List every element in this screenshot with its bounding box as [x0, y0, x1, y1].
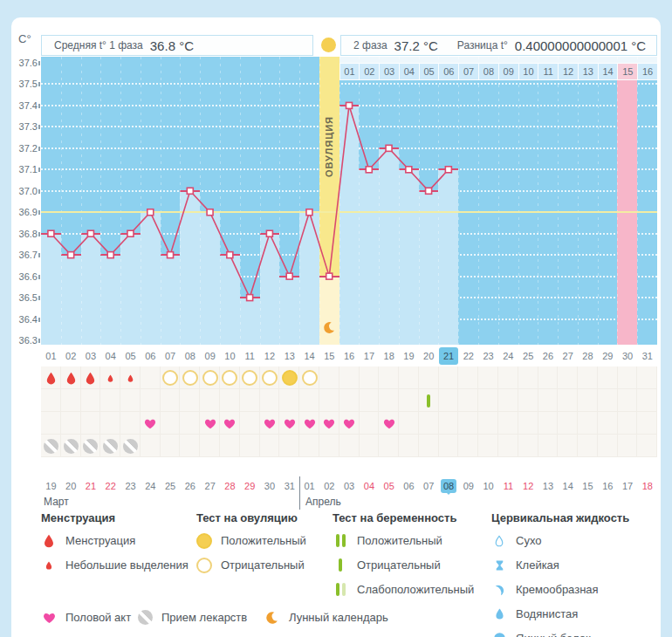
- cycle-day-cell[interactable]: 04: [100, 347, 120, 365]
- events-grid-cell[interactable]: [419, 412, 439, 435]
- cycle-day-cell[interactable]: 19: [399, 347, 419, 365]
- calendar-date-cell[interactable]: 03: [339, 478, 360, 494]
- cycle-day-cell[interactable]: 14: [299, 347, 319, 365]
- cycle-day-cell[interactable]: 08: [180, 347, 200, 365]
- cycle-day-cell[interactable]: 03: [81, 347, 101, 365]
- cycle-day-cell[interactable]: 31: [637, 347, 657, 365]
- events-grid-cell[interactable]: [618, 366, 638, 389]
- events-grid-cell[interactable]: [339, 366, 360, 389]
- events-grid-cell[interactable]: [141, 435, 161, 457]
- events-grid-cell[interactable]: [299, 435, 319, 457]
- events-grid-cell[interactable]: [339, 389, 360, 412]
- events-grid-cell[interactable]: [61, 389, 81, 412]
- events-grid-cell[interactable]: [598, 412, 618, 435]
- calendar-date-cell[interactable]: 23: [120, 478, 141, 494]
- events-grid-cell[interactable]: [180, 412, 200, 435]
- calendar-date-cell[interactable]: 11: [498, 478, 518, 494]
- events-grid-cell[interactable]: [339, 435, 360, 457]
- events-grid-cell[interactable]: [379, 412, 399, 435]
- events-grid-cell[interactable]: [240, 366, 260, 389]
- events-grid-cell[interactable]: [458, 389, 478, 412]
- events-grid-cell[interactable]: [161, 412, 181, 435]
- temperature-point[interactable]: [386, 145, 392, 151]
- events-grid-cell[interactable]: [240, 435, 260, 457]
- calendar-date-cell[interactable]: 29: [240, 478, 260, 494]
- calendar-date-cell[interactable]: 04: [360, 478, 380, 494]
- cycle-day-cell[interactable]: 05: [120, 347, 141, 365]
- events-grid-cell[interactable]: [299, 366, 319, 389]
- calendar-date-cell[interactable]: 09: [458, 478, 478, 494]
- events-grid-cell[interactable]: [120, 435, 141, 457]
- events-grid-cell[interactable]: [419, 389, 439, 412]
- calendar-date-cell[interactable]: 31: [279, 478, 299, 494]
- cycle-day-cell[interactable]: 28: [578, 347, 598, 365]
- events-grid-cell[interactable]: [100, 435, 120, 457]
- cycle-day-cell[interactable]: 12: [260, 347, 280, 365]
- cycle-day-cell[interactable]: 21: [439, 347, 459, 365]
- temperature-point[interactable]: [445, 167, 451, 173]
- events-grid-cell[interactable]: [220, 366, 240, 389]
- events-grid-cell[interactable]: [41, 366, 61, 389]
- events-grid-cell[interactable]: [220, 435, 240, 457]
- calendar-date-cell[interactable]: 22: [100, 478, 120, 494]
- events-grid-cell[interactable]: [637, 389, 657, 412]
- events-grid-cell[interactable]: [478, 389, 498, 412]
- events-grid-cell[interactable]: [319, 412, 339, 435]
- calendar-date-cell[interactable]: 15: [578, 478, 598, 494]
- calendar-date-cell[interactable]: 14: [558, 478, 578, 494]
- events-grid-cell[interactable]: [618, 389, 638, 412]
- calendar-date-cell[interactable]: 18: [637, 478, 657, 494]
- temperature-point[interactable]: [68, 252, 74, 258]
- events-grid-cell[interactable]: [200, 366, 220, 389]
- events-grid-cell[interactable]: [260, 366, 280, 389]
- calendar-date-cell[interactable]: 02: [319, 478, 339, 494]
- events-grid-cell[interactable]: [439, 435, 459, 457]
- cycle-day-cell[interactable]: 23: [478, 347, 498, 365]
- temperature-point[interactable]: [346, 102, 353, 108]
- cycle-day-cell[interactable]: 06: [141, 347, 161, 365]
- events-grid-cell[interactable]: [598, 389, 618, 412]
- calendar-date-cell[interactable]: 24: [141, 478, 161, 494]
- temperature-point[interactable]: [48, 230, 54, 236]
- cycle-day-cell[interactable]: 02: [61, 347, 81, 365]
- events-grid-cell[interactable]: [518, 412, 538, 435]
- temperature-point[interactable]: [147, 209, 154, 216]
- events-grid-cell[interactable]: [360, 389, 380, 412]
- events-grid-cell[interactable]: [279, 435, 299, 457]
- temperature-point[interactable]: [227, 252, 233, 258]
- events-grid-cell[interactable]: [260, 412, 280, 435]
- events-grid-cell[interactable]: [200, 389, 220, 412]
- events-grid-cell[interactable]: [161, 435, 181, 457]
- events-grid-cell[interactable]: [180, 389, 200, 412]
- events-grid-cell[interactable]: [558, 435, 578, 457]
- events-grid-cell[interactable]: [360, 412, 380, 435]
- events-grid-cell[interactable]: [598, 435, 618, 457]
- events-grid-cell[interactable]: [120, 412, 141, 435]
- events-grid-cell[interactable]: [200, 412, 220, 435]
- cycle-day-cell[interactable]: 11: [240, 347, 260, 365]
- events-grid-cell[interactable]: [141, 389, 161, 412]
- events-grid-cell[interactable]: [558, 389, 578, 412]
- events-grid-cell[interactable]: [240, 389, 260, 412]
- events-grid-cell[interactable]: [379, 366, 399, 389]
- events-grid-cell[interactable]: [61, 366, 81, 389]
- events-grid-cell[interactable]: [498, 435, 518, 457]
- cycle-day-cell[interactable]: 24: [498, 347, 518, 365]
- events-grid-cell[interactable]: [100, 412, 120, 435]
- cycle-day-cell[interactable]: 27: [558, 347, 578, 365]
- cycle-day-cell[interactable]: 20: [419, 347, 439, 365]
- events-grid-cell[interactable]: [518, 389, 538, 412]
- events-grid-cell[interactable]: [478, 412, 498, 435]
- temperature-point[interactable]: [168, 252, 174, 258]
- events-grid-cell[interactable]: [439, 366, 459, 389]
- events-grid-cell[interactable]: [419, 435, 439, 457]
- events-grid-cell[interactable]: [538, 412, 559, 435]
- events-grid-cell[interactable]: [618, 412, 638, 435]
- events-grid-cell[interactable]: [419, 366, 439, 389]
- cycle-day-cell[interactable]: 01: [41, 347, 61, 365]
- calendar-date-cell[interactable]: 21: [81, 478, 101, 494]
- events-grid-cell[interactable]: [319, 389, 339, 412]
- calendar-date-cell[interactable]: 06: [399, 478, 419, 494]
- cycle-day-cell[interactable]: 17: [360, 347, 380, 365]
- events-grid-cell[interactable]: [498, 366, 518, 389]
